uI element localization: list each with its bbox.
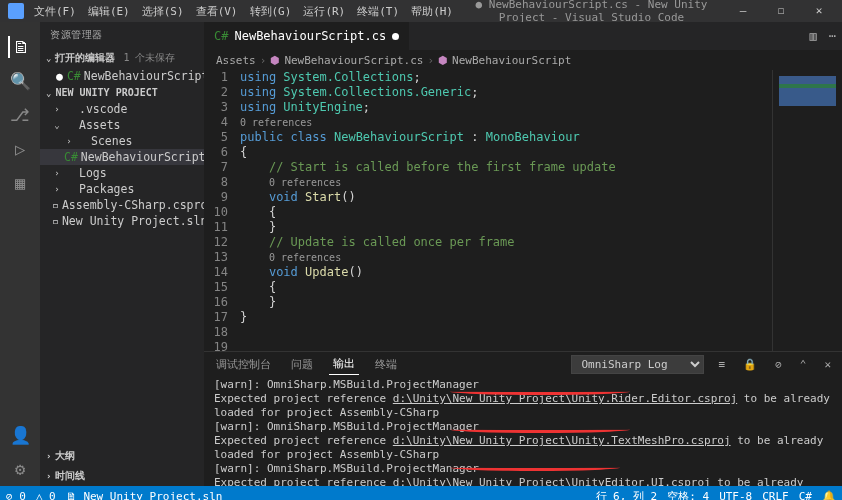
tree-item-packages[interactable]: ›Packages [40, 181, 204, 197]
minimap[interactable] [772, 70, 842, 351]
title-bar: 文件(F) 编辑(E) 选择(S) 查看(V) 转到(G) 运行(R) 终端(T… [0, 0, 842, 22]
panel-tab-output[interactable]: 输出 [329, 353, 359, 375]
panel-tab-terminal[interactable]: 终端 [371, 354, 401, 375]
editor-area: C#NewBehaviourScript.cs ▥ ⋯ Assets›⬢NewB… [204, 22, 842, 486]
menu-goto[interactable]: 转到(G) [244, 2, 298, 21]
status-bar: ⊘ 0 △ 0 🗎 New Unity Project.sln 行 6, 列 2… [0, 486, 842, 500]
status-errors[interactable]: ⊘ 0 [6, 490, 26, 501]
tree-item-newbehaviourscript-cs[interactable]: C#NewBehaviourScript.cs [40, 149, 204, 165]
menu-file[interactable]: 文件(F) [28, 2, 82, 21]
app-icon [8, 3, 24, 19]
tree-item-assets[interactable]: ⌄Assets [40, 117, 204, 133]
editor-tabs: C#NewBehaviourScript.cs ▥ ⋯ [204, 22, 842, 50]
file-tree: ›.vscode⌄Assets›ScenesC#NewBehaviourScri… [40, 101, 204, 446]
close-button[interactable]: ✕ [800, 0, 838, 22]
menu-select[interactable]: 选择(S) [136, 2, 190, 21]
minimize-button[interactable]: — [724, 0, 762, 22]
explorer-icon[interactable]: 🗎 [8, 36, 30, 58]
open-editors-section[interactable]: ⌄打开的编辑器1 个未保存 [40, 48, 204, 68]
menu-terminal[interactable]: 终端(T) [351, 2, 405, 21]
status-language[interactable]: C# [799, 490, 812, 501]
status-indent[interactable]: 空格: 4 [667, 489, 709, 501]
output-content[interactable]: [warn]: OmniSharp.MSBuild.ProjectManager… [204, 376, 842, 486]
status-notifications-icon[interactable]: 🔔 [822, 490, 836, 501]
menu-edit[interactable]: 编辑(E) [82, 2, 136, 21]
panel: 调试控制台 问题 输出 终端 OmniSharp Log ≡ 🔒 ⊘ ⌃ ✕ [… [204, 351, 842, 486]
split-editor-icon[interactable]: ▥ [804, 29, 823, 43]
outline-section[interactable]: ›大纲 [40, 446, 204, 466]
output-channel-select[interactable]: OmniSharp Log [571, 355, 704, 374]
timeline-section[interactable]: ›时间线 [40, 466, 204, 486]
search-icon[interactable]: 🔍 [9, 70, 31, 92]
source-control-icon[interactable]: ⎇ [9, 104, 31, 126]
status-eol[interactable]: CRLF [762, 490, 789, 501]
account-icon[interactable]: 👤 [9, 424, 31, 446]
output-lock-icon[interactable]: 🔒 [740, 358, 760, 371]
tree-item--vscode[interactable]: ›.vscode [40, 101, 204, 117]
menu-run[interactable]: 运行(R) [297, 2, 351, 21]
breadcrumb[interactable]: Assets›⬢NewBehaviourScript.cs›⬢NewBehavi… [204, 50, 842, 70]
window-title: ● NewBehaviourScript.cs - New Unity Proj… [459, 0, 724, 24]
side-bar: 资源管理器 ⌄打开的编辑器1 个未保存 ●C#NewBehaviourScrip… [40, 22, 204, 486]
menu-help[interactable]: 帮助(H) [405, 2, 459, 21]
sidebar-title: 资源管理器 [40, 22, 204, 48]
project-section[interactable]: ⌄NEW UNITY PROJECT [40, 84, 204, 101]
output-filter-icon[interactable]: ≡ [716, 358, 729, 371]
status-encoding[interactable]: UTF-8 [719, 490, 752, 501]
status-solution[interactable]: 🗎 New Unity Project.sln [66, 490, 223, 501]
menu-view[interactable]: 查看(V) [190, 2, 244, 21]
close-panel-icon[interactable]: ✕ [821, 358, 834, 371]
debug-icon[interactable]: ▷ [9, 138, 31, 160]
maximize-panel-icon[interactable]: ⌃ [797, 358, 810, 371]
panel-tab-problems[interactable]: 问题 [287, 354, 317, 375]
panel-tab-debug[interactable]: 调试控制台 [212, 354, 275, 375]
extensions-icon[interactable]: ▦ [9, 172, 31, 194]
tree-item-logs[interactable]: ›Logs [40, 165, 204, 181]
settings-icon[interactable]: ⚙ [9, 458, 31, 480]
code-editor[interactable]: 12345678910111213141516171819 using Syst… [204, 70, 772, 351]
open-editor-item[interactable]: ●C#NewBehaviourScript.csAssets [40, 68, 204, 84]
tree-item-scenes[interactable]: ›Scenes [40, 133, 204, 149]
tree-item-assembly-csharp-csproj[interactable]: ▫Assembly-CSharp.csproj [40, 197, 204, 213]
status-position[interactable]: 行 6, 列 2 [596, 489, 658, 501]
maximize-button[interactable]: ☐ [762, 0, 800, 22]
clear-output-icon[interactable]: ⊘ [772, 358, 785, 371]
status-warnings[interactable]: △ 0 [36, 490, 56, 501]
more-actions-icon[interactable]: ⋯ [823, 29, 842, 43]
dirty-indicator-icon [392, 33, 399, 40]
tab-newbehaviourscript[interactable]: C#NewBehaviourScript.cs [204, 22, 410, 50]
activity-bar: 🗎 🔍 ⎇ ▷ ▦ 👤 ⚙ [0, 22, 40, 486]
tree-item-new-unity-project-sln[interactable]: ▫New Unity Project.sln [40, 213, 204, 229]
